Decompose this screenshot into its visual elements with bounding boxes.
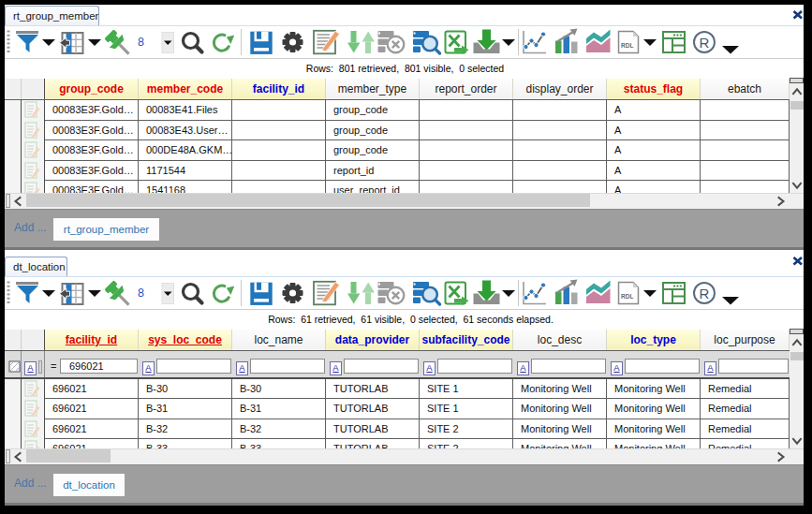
svg-text:8: 8: [138, 36, 144, 49]
svg-text:8: 8: [138, 286, 144, 300]
svg-text:R: R: [700, 35, 710, 51]
svg-text:RDL: RDL: [621, 293, 633, 300]
svg-text:R: R: [700, 286, 710, 301]
svg-text:RDL: RDL: [621, 42, 633, 49]
